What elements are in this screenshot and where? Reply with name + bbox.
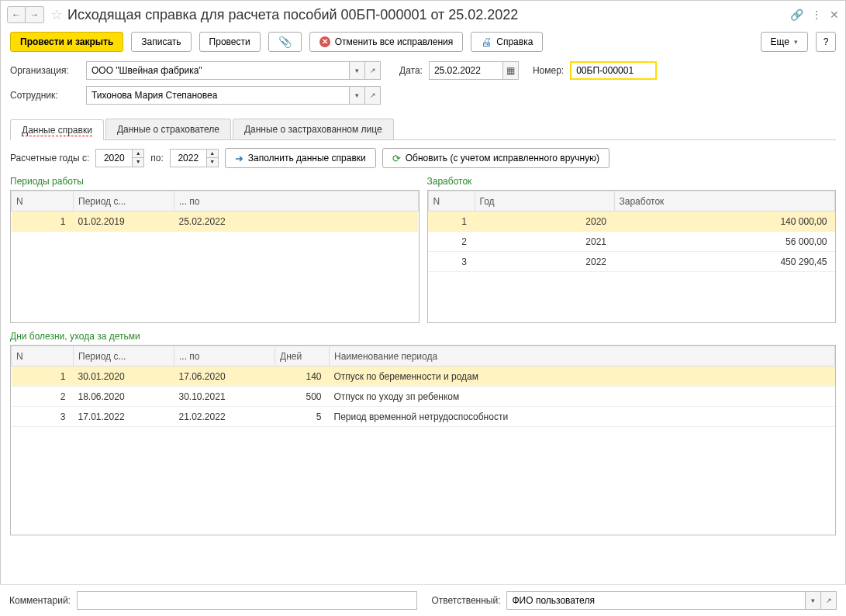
organization-label: Организация: [10,65,80,76]
year-to-input[interactable] [171,150,206,167]
sick-col-n: N [12,346,74,367]
years-from-label: Расчетные годы с: [10,153,89,163]
post-and-close-button[interactable]: Провести и закрыть [10,32,123,52]
periods-col-to: ... по [174,191,419,212]
fill-arrow-icon: ➜ [235,153,243,164]
responsible-open-button[interactable]: ↗ [821,591,837,610]
cancel-icon: ✕ [319,36,330,47]
periods-col-n: N [12,191,74,212]
tab-data[interactable]: Данные справки [10,119,104,140]
link-icon[interactable]: 🔗 [790,9,803,21]
tab-insurer[interactable]: Данные о страхователе [105,119,231,139]
year-to-spinner[interactable]: ▲▼ [170,149,219,167]
date-input[interactable] [429,61,503,80]
year-from-input[interactable] [96,150,132,167]
earnings-col-sum: Заработок [614,191,835,212]
table-row[interactable]: 1 30.01.2020 17.06.2020 140 Отпуск по бе… [12,367,835,387]
sick-col-name: Наименование периода [330,346,835,367]
periods-col-from: Период с... [74,191,174,212]
year-from-up[interactable]: ▲ [133,150,143,158]
employee-open-button[interactable]: ↗ [365,86,381,105]
close-icon[interactable]: ✕ [830,9,839,21]
sick-col-from: Период с... [74,346,174,367]
number-input[interactable] [570,61,657,80]
table-row[interactable]: 3 17.01.2022 21.02.2022 5 Период временн… [12,407,835,427]
year-to-up[interactable]: ▲ [207,150,218,158]
post-button[interactable]: Провести [199,32,261,52]
cancel-corrections-button[interactable]: ✕ Отменить все исправления [309,32,464,52]
page-title: Исходящая справка для расчета пособий 00… [67,7,790,23]
attachments-button[interactable]: 📎 [268,32,302,52]
print-report-button[interactable]: 🖨 Справка [471,32,543,52]
responsible-label: Ответственный: [431,595,500,606]
employee-dropdown-button[interactable]: ▾ [350,86,365,105]
sickdays-title: Дни болезни, ухода за детьми [10,331,836,342]
earnings-col-year: Год [475,191,614,212]
table-row[interactable]: 2 18.06.2020 30.10.2021 500 Отпуск по ух… [12,387,835,407]
favorite-icon[interactable]: ☆ [50,6,63,23]
organization-dropdown-button[interactable]: ▾ [350,61,365,80]
years-to-label: по: [150,153,164,163]
help-button[interactable]: ? [816,32,836,52]
table-row[interactable]: 1 01.02.2019 25.02.2022 [12,212,419,232]
organization-input[interactable] [86,61,350,80]
earnings-title: Заработок [427,176,837,187]
table-row[interactable]: 2 2021 56 000,00 [428,232,835,252]
printer-icon: 🖨 [481,36,492,48]
table-row[interactable]: 3 2022 450 290,45 [428,252,835,272]
organization-open-button[interactable]: ↗ [365,61,381,80]
periods-title: Периоды работы [10,176,420,187]
responsible-dropdown-button[interactable]: ▾ [806,591,821,610]
fill-data-button[interactable]: ➜ Заполнить данные справки [225,148,376,168]
nav-back-button[interactable]: ← [7,6,26,23]
earnings-col-n: N [428,191,475,212]
calendar-icon: ▦ [506,65,515,76]
year-from-spinner[interactable]: ▲▼ [95,149,144,167]
nav-forward-button[interactable]: → [26,6,44,23]
table-row[interactable]: 1 2020 140 000,00 [428,212,835,232]
responsible-input[interactable] [506,591,806,610]
sick-col-to: ... по [174,346,275,367]
date-picker-button[interactable]: ▦ [503,61,519,80]
refresh-icon: ⟳ [392,153,401,164]
paperclip-icon: 📎 [278,36,292,48]
kebab-menu-icon[interactable]: ⋮ [811,9,822,21]
number-label: Номер: [533,65,564,76]
date-label: Дата: [399,65,423,76]
employee-label: Сотрудник: [10,90,80,101]
comment-label: Комментарий: [9,595,71,606]
tab-insured[interactable]: Данные о застрахованном лице [233,119,394,139]
year-from-down[interactable]: ▼ [133,158,143,167]
refresh-button[interactable]: ⟳ Обновить (с учетом исправленного вручн… [382,148,609,168]
sickdays-table[interactable]: N Период с... ... по Дней Наименование п… [11,346,835,427]
employee-input[interactable] [86,86,350,105]
save-button[interactable]: Записать [131,32,191,52]
comment-input[interactable] [77,591,418,610]
earnings-table[interactable]: N Год Заработок 1 2020 140 000,00 2 2021 [428,191,836,272]
sick-col-days: Дней [275,346,330,367]
year-to-down[interactable]: ▼ [207,158,218,167]
periods-table[interactable]: N Период с... ... по 1 01.02.2019 25.02.… [11,191,419,232]
more-button[interactable]: Еще [761,32,808,52]
